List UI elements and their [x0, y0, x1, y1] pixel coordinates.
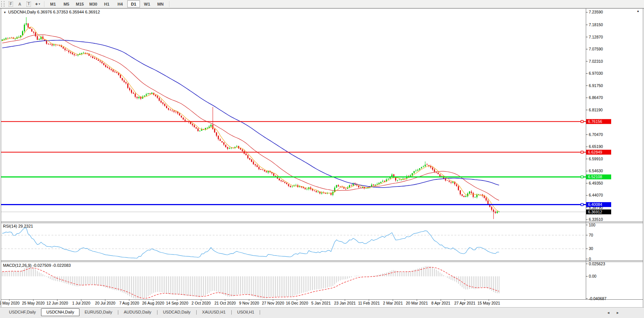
svg-text:6.44070: 6.44070: [589, 193, 603, 197]
svg-text:6.62849: 6.62849: [588, 150, 602, 154]
fibonacci-tool-icon: F: [9, 1, 13, 7]
tab-separator: [231, 310, 232, 315]
timeframe-m15-button[interactable]: M15: [74, 0, 86, 7]
text-label-tool-icon: T: [26, 1, 31, 7]
svg-text:26 Aug 2020: 26 Aug 2020: [142, 301, 164, 305]
toolbar-separator-2: [169, 1, 169, 7]
chart-tab-usdchf[interactable]: USDCHF,Daily: [4, 308, 41, 316]
chart-tab-usdcnh[interactable]: USDCNH,Daily: [41, 308, 79, 316]
chart-tab-usoil[interactable]: USOil,H1: [232, 308, 260, 316]
svg-text:25 May 2020: 25 May 2020: [22, 301, 45, 305]
symbol-tabbar: USDCHF,DailyUSDCNH,DailyEURUSD,DailyAUDU…: [0, 307, 644, 318]
chart-title[interactable]: ▼USDCNH,Daily 6.36976 6.37353 6.35944 6.…: [3, 10, 100, 14]
svg-text:6.91750: 6.91750: [589, 83, 603, 88]
svg-text:27 Apr 2021: 27 Apr 2021: [454, 301, 475, 305]
chart-collapse-icon[interactable]: ▼: [3, 11, 6, 14]
svg-text:7.12870: 7.12870: [589, 35, 603, 39]
svg-text:6.65190: 6.65190: [589, 144, 603, 149]
trading-terminal: { "toolbar": { "tools": [ {"name": "fibo…: [0, 0, 644, 318]
hline-handle[interactable]: [581, 176, 583, 178]
hline-handle[interactable]: [581, 120, 583, 123]
svg-text:6.70470: 6.70470: [589, 132, 603, 137]
timeframe-m5-button[interactable]: M5: [60, 0, 73, 7]
svg-text:30: 30: [589, 246, 593, 251]
svg-text:11 Feb 2021: 11 Feb 2021: [358, 301, 380, 305]
svg-text:7.23590: 7.23590: [589, 10, 603, 14]
timeframe-h4-button[interactable]: H4: [114, 0, 126, 7]
top-toolbar: FAT◆▾ M1M5M15M30H1H4D1W1MN: [0, 0, 644, 8]
svg-text:27 Nov 2020: 27 Nov 2020: [262, 301, 284, 305]
svg-text:6.40084: 6.40084: [588, 202, 602, 207]
text-label-tool[interactable]: T: [25, 1, 32, 7]
timeframe-m1-button[interactable]: M1: [47, 0, 59, 7]
svg-text:9 Nov 2020: 9 Nov 2020: [239, 301, 259, 305]
svg-text:6.86470: 6.86470: [589, 95, 603, 100]
rsi-indicator-label: RSI(14) 29.2321: [3, 224, 33, 228]
chart-window-bg: [0, 8, 644, 307]
svg-text:7.07590: 7.07590: [589, 47, 603, 51]
svg-text:6.54630: 6.54630: [589, 169, 603, 173]
timeframe-w1-button[interactable]: W1: [141, 0, 153, 7]
svg-text:5 Jan 2021: 5 Jan 2021: [311, 301, 331, 305]
svg-text:16 Dec 2020: 16 Dec 2020: [286, 301, 308, 305]
dropdown-caret-icon[interactable]: ▾: [39, 3, 40, 6]
svg-text:70: 70: [589, 233, 593, 237]
chart-tab-eurusd[interactable]: EURUSD,Daily: [79, 308, 118, 316]
svg-text:6.97030: 6.97030: [589, 71, 603, 75]
svg-text:20 Jul 2020: 20 Jul 2020: [95, 301, 115, 305]
arrows-tool-icon: ◆: [35, 2, 38, 6]
subwindow-collapse-icon[interactable]: ▲: [637, 9, 640, 13]
timeframe-mn-button[interactable]: MN: [154, 0, 167, 7]
timeframe-m30-button[interactable]: M30: [87, 0, 100, 7]
hline-handle[interactable]: [581, 203, 583, 206]
svg-text:0: 0: [589, 257, 591, 261]
chart-tab-usdcad[interactable]: USDCAD,Daily: [158, 308, 196, 316]
fibonacci-tool[interactable]: F: [7, 1, 15, 7]
svg-text:100: 100: [589, 223, 595, 227]
svg-text:20 Mar 2021: 20 Mar 2021: [406, 301, 428, 305]
svg-text:1 Jul 2020: 1 Jul 2020: [72, 301, 91, 305]
tab-separator: [118, 310, 118, 315]
svg-text:6.76156: 6.76156: [588, 119, 602, 124]
svg-text:0.00: 0.00: [589, 274, 597, 278]
svg-text:6.81190: 6.81190: [589, 108, 603, 112]
timeframes-group: M1M5M15M30H1H4D1W1MN: [46, 0, 167, 7]
tab-separator: [260, 310, 260, 315]
text-tool-icon: A: [18, 2, 21, 6]
tab-separator: [157, 310, 157, 315]
svg-text:6.49350: 6.49350: [589, 181, 603, 185]
tab-scroll-right-icon[interactable]: ►: [616, 311, 619, 315]
svg-text:6.59910: 6.59910: [589, 157, 603, 161]
timeframe-h1-button[interactable]: H1: [100, 0, 113, 7]
svg-text:6.36912: 6.36912: [588, 210, 602, 214]
timeframe-d1-button[interactable]: D1: [127, 0, 140, 7]
toolbar-grip[interactable]: [1, 1, 4, 7]
chart-area[interactable]: 7.235907.181507.128707.075907.023106.970…: [0, 0, 644, 307]
svg-text:12 Jun 2020: 12 Jun 2020: [47, 301, 68, 305]
svg-text:8 Apr 2021: 8 Apr 2021: [431, 301, 450, 305]
svg-text:6.52108: 6.52108: [588, 175, 602, 179]
svg-text:2 Mar 2021: 2 Mar 2021: [383, 301, 403, 305]
svg-text:7.18150: 7.18150: [589, 22, 603, 27]
svg-text:7 Aug 2020: 7 Aug 2020: [119, 301, 139, 305]
svg-text:23 Jan 2021: 23 Jan 2021: [334, 301, 356, 305]
tab-scroll-left-icon[interactable]: ◄: [607, 311, 610, 315]
macd-indicator-label: MACD(12,26,9) -0.027509 -0.022083: [3, 263, 71, 268]
svg-text:2 Oct 2020: 2 Oct 2020: [191, 301, 211, 305]
arrows-tool[interactable]: ◆▾: [34, 1, 41, 7]
svg-text:7.02310: 7.02310: [589, 59, 603, 64]
drawing-tools-group: FAT◆▾: [6, 1, 42, 7]
svg-text:21 Oct 2020: 21 Oct 2020: [215, 301, 236, 305]
chart-tab-xauusd[interactable]: XAUUSD,H1: [197, 308, 231, 316]
toolbar-separator: [44, 1, 44, 7]
svg-text:14 Sep 2020: 14 Sep 2020: [166, 301, 188, 305]
hline-handle[interactable]: [581, 151, 583, 153]
chart-tab-audusd[interactable]: AUDUSD,Daily: [119, 308, 157, 316]
svg-text:15 May 2021: 15 May 2021: [478, 301, 500, 305]
chart-title-text: USDCNH,Daily 6.36976 6.37353 6.35944 6.3…: [8, 10, 100, 14]
svg-text:6.33510: 6.33510: [589, 217, 603, 222]
tab-separator: [196, 310, 197, 315]
text-tool[interactable]: A: [16, 1, 24, 7]
svg-text:6 May 2020: 6 May 2020: [0, 301, 20, 305]
svg-text:-0.040687: -0.040687: [589, 296, 606, 301]
